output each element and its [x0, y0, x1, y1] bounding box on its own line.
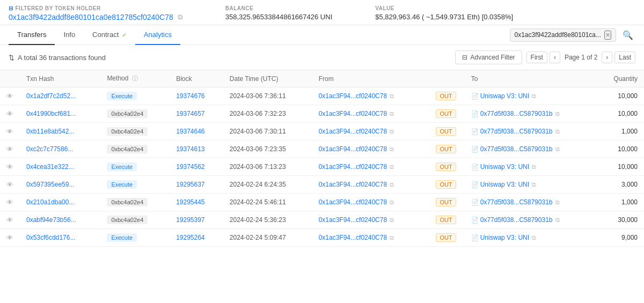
from-address-link[interactable]: 0x1ac3F94...cf0240C78 — [319, 216, 387, 224]
to-address-link[interactable]: Uniswap V3: UNI — [480, 163, 529, 171]
txn-hash-link[interactable]: 0xc2c7c77586... — [26, 145, 73, 153]
filter-icon: ⊟ — [9, 5, 13, 11]
row-hash-cell: 0xc2c7c77586... — [20, 141, 100, 158]
block-link[interactable]: 19295637 — [176, 181, 204, 188]
address-link[interactable]: 0x1ac3f9422addf8e80101ca0e812785cf0240C7… — [9, 13, 173, 21]
row-quantity-cell: 10,000 — [596, 87, 644, 105]
tab-transfers[interactable]: Transfers — [9, 25, 55, 45]
block-link[interactable]: 19295264 — [176, 234, 204, 241]
copy-from-button[interactable]: ⧉ — [389, 234, 395, 241]
block-link[interactable]: 19374613 — [176, 145, 204, 153]
eye-button[interactable]: 👁 — [6, 163, 13, 171]
eye-button[interactable]: 👁 — [6, 110, 13, 118]
to-address-link[interactable]: 0x77d5f038...C5879031b — [480, 145, 553, 153]
row-hash-cell: 0x4cea31e322... — [20, 158, 100, 176]
col-eye — [0, 70, 20, 87]
from-address-link[interactable]: 0x1ac3F94...cf0240C78 — [319, 110, 387, 117]
block-link[interactable]: 19374646 — [176, 128, 204, 135]
txn-hash-link[interactable]: 0x4cea31e322... — [26, 163, 74, 171]
txn-hash-link[interactable]: 0xb11e8ab542... — [26, 128, 74, 135]
copy-from-button[interactable]: ⧉ — [389, 217, 395, 224]
to-address-link[interactable]: 0x77d5f038...C5879031b — [480, 128, 553, 135]
tab-contract[interactable]: Contract ✓ — [84, 25, 135, 45]
from-address-link[interactable]: 0x1ac3F94...cf0240C78 — [319, 128, 387, 135]
to-address-link[interactable]: Uniswap V3: UNI — [480, 92, 529, 100]
block-link[interactable]: 19295397 — [176, 216, 204, 224]
row-method-cell: Execute — [100, 158, 170, 176]
copy-to-button[interactable]: ⧉ — [531, 181, 537, 188]
block-link[interactable]: 19374562 — [176, 163, 204, 171]
copy-to-button[interactable]: ⧉ — [554, 199, 561, 206]
copy-from-button[interactable]: ⧉ — [389, 181, 395, 188]
advanced-filter-button[interactable]: ⊟ Advanced Filter — [455, 50, 522, 64]
from-address-link[interactable]: 0x1ac3F94...cf0240C78 — [319, 163, 387, 171]
from-address-link[interactable]: 0x1ac3F94...cf0240C78 — [319, 92, 387, 100]
eye-button[interactable]: 👁 — [6, 145, 13, 153]
row-datetime-cell: 2024-03-06 7:32:23 — [223, 105, 312, 123]
copy-to-button[interactable]: ⧉ — [554, 110, 561, 117]
from-address-link[interactable]: 0x1ac3F94...cf0240C78 — [319, 198, 387, 206]
eye-button[interactable]: 👁 — [6, 198, 13, 206]
eye-button[interactable]: 👁 — [6, 128, 13, 136]
txn-hash-link[interactable]: 0x41990bcf681... — [26, 110, 76, 117]
last-page-button[interactable]: Last — [614, 51, 635, 63]
row-quantity-cell: 1,000 — [596, 194, 644, 211]
block-link[interactable]: 19374676 — [176, 92, 204, 100]
row-block-cell: 19374676 — [170, 87, 223, 105]
copy-from-button[interactable]: ⧉ — [389, 146, 395, 153]
to-address-link[interactable]: 0x77d5f038...C5879031b — [480, 110, 553, 117]
copy-to-button[interactable]: ⧉ — [554, 128, 561, 135]
top-section: ⊟ FILTERED BY TOKEN HOLDER 0x1ac3f9422ad… — [0, 0, 644, 25]
copy-to-button[interactable]: ⧉ — [531, 164, 537, 171]
eye-button[interactable]: 👁 — [6, 181, 13, 189]
row-direction-cell: OUT — [427, 194, 464, 211]
method-badge: 0xbc4a02e4 — [107, 127, 148, 136]
txn-hash-link[interactable]: 0x597395ee59... — [26, 181, 74, 188]
row-eye-cell: 👁 — [0, 158, 20, 176]
filter-tag-address: 0x1ac3f9422addf8e80101ca... — [515, 31, 601, 39]
next-page-button[interactable]: › — [602, 51, 612, 63]
txn-hash-link[interactable]: 0x210a1dba00... — [26, 198, 74, 206]
eye-button[interactable]: 👁 — [6, 216, 13, 224]
eye-button[interactable]: 👁 — [6, 92, 13, 100]
copy-to-button[interactable]: ⧉ — [554, 146, 561, 153]
first-page-button[interactable]: First — [526, 51, 547, 63]
eye-button[interactable]: 👁 — [6, 234, 13, 242]
to-address-link[interactable]: 0x77d5f038...C5879031b — [480, 198, 553, 206]
txn-hash-link[interactable]: 0xabf94e73b56... — [26, 216, 76, 224]
from-address-link[interactable]: 0x1ac3F94...cf0240C78 — [319, 181, 387, 188]
toolbar: ⇅ A total 36 transactions found ⊟ Advanc… — [0, 45, 644, 70]
table-row: 👁 0x597395ee59... Execute 19295637 2024-… — [0, 176, 644, 194]
row-block-cell: 19374657 — [170, 105, 223, 123]
prev-page-button[interactable]: ‹ — [550, 51, 560, 63]
table-row: 👁 0xabf94e73b56... 0xbc4a02e4 19295397 2… — [0, 211, 644, 229]
tab-info[interactable]: Info — [55, 25, 84, 45]
copy-from-button[interactable]: ⧉ — [389, 128, 395, 135]
tab-analytics[interactable]: Analytics — [135, 25, 180, 45]
to-address-link[interactable]: 0x77d5f038...C5879031b — [480, 216, 553, 224]
row-direction-cell: OUT — [427, 176, 464, 194]
to-address-link[interactable]: Uniswap V3: UNI — [480, 234, 529, 241]
copy-from-button[interactable]: ⧉ — [389, 164, 395, 171]
from-address-link[interactable]: 0x1ac3F94...cf0240C78 — [319, 234, 387, 241]
to-address-link[interactable]: Uniswap V3: UNI — [480, 181, 529, 188]
row-block-cell: 19295637 — [170, 176, 223, 194]
copy-to-button[interactable]: ⧉ — [554, 217, 561, 224]
row-direction-cell: OUT — [427, 229, 464, 247]
copy-to-button[interactable]: ⧉ — [531, 93, 537, 100]
copy-from-button[interactable]: ⧉ — [389, 199, 395, 206]
search-button[interactable]: 🔍 — [620, 28, 635, 42]
close-filter-button[interactable]: ✕ — [604, 31, 611, 40]
block-link[interactable]: 19374657 — [176, 110, 204, 117]
copy-address-button[interactable]: ⧉ — [178, 13, 182, 21]
col-quantity: Quantity — [596, 70, 644, 87]
from-address-link[interactable]: 0x1ac3F94...cf0240C78 — [319, 145, 387, 153]
col-from: From — [312, 70, 428, 87]
txn-hash-link[interactable]: 0x53cf6cdd176... — [26, 234, 75, 241]
txn-hash-link[interactable]: 0x1a2df7c2d52... — [26, 92, 76, 100]
copy-to-button[interactable]: ⧉ — [531, 234, 537, 241]
copy-from-button[interactable]: ⧉ — [389, 110, 395, 117]
quantity-value: 10,000 — [618, 163, 638, 171]
block-link[interactable]: 19295445 — [176, 198, 204, 206]
copy-from-button[interactable]: ⧉ — [389, 93, 395, 100]
